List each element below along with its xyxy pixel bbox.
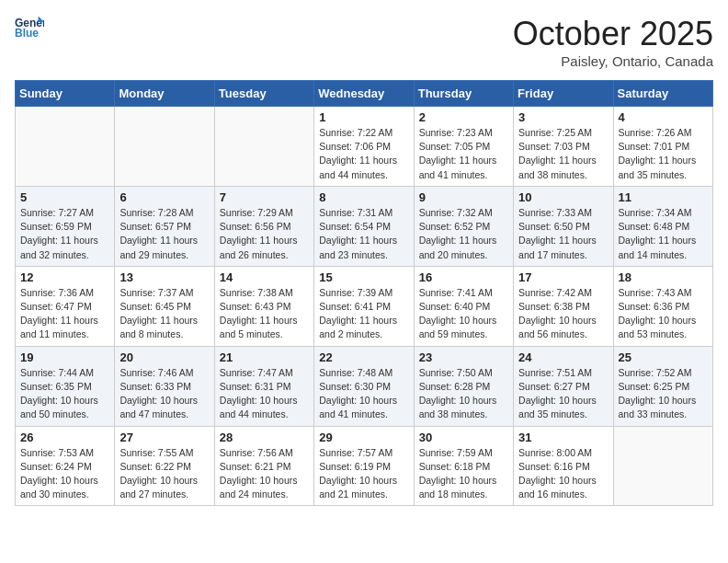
calendar-cell: 14Sunrise: 7:38 AM Sunset: 6:43 PM Dayli…: [214, 266, 313, 346]
day-number: 8: [319, 190, 408, 204]
day-info: Sunrise: 7:38 AM Sunset: 6:43 PM Dayligh…: [220, 286, 309, 342]
weekday-header-row: SundayMondayTuesdayWednesdayThursdayFrid…: [16, 81, 713, 107]
calendar-cell: 29Sunrise: 7:57 AM Sunset: 6:19 PM Dayli…: [314, 426, 414, 506]
day-number: 10: [518, 190, 608, 204]
day-info: Sunrise: 7:48 AM Sunset: 6:30 PM Dayligh…: [319, 366, 408, 422]
day-number: 11: [619, 190, 708, 204]
calendar-cell: 2Sunrise: 7:23 AM Sunset: 7:05 PM Daylig…: [414, 107, 513, 187]
calendar-cell: 28Sunrise: 7:56 AM Sunset: 6:21 PM Dayli…: [214, 426, 313, 506]
calendar-cell: 24Sunrise: 7:51 AM Sunset: 6:27 PM Dayli…: [514, 346, 613, 426]
day-number: 25: [619, 350, 708, 364]
day-info: Sunrise: 7:41 AM Sunset: 6:40 PM Dayligh…: [419, 286, 508, 342]
day-info: Sunrise: 7:50 AM Sunset: 6:28 PM Dayligh…: [419, 366, 508, 422]
calendar-cell: 19Sunrise: 7:44 AM Sunset: 6:35 PM Dayli…: [16, 346, 115, 426]
day-number: 16: [419, 270, 508, 284]
calendar-cell: 22Sunrise: 7:48 AM Sunset: 6:30 PM Dayli…: [314, 346, 414, 426]
calendar-cell: 13Sunrise: 7:37 AM Sunset: 6:45 PM Dayli…: [115, 266, 214, 346]
day-number: 23: [419, 350, 508, 364]
day-info: Sunrise: 7:27 AM Sunset: 6:59 PM Dayligh…: [20, 206, 109, 262]
calendar-cell: 25Sunrise: 7:52 AM Sunset: 6:25 PM Dayli…: [613, 346, 712, 426]
location-subtitle: Paisley, Ontario, Canada: [513, 53, 713, 69]
calendar-cell: 18Sunrise: 7:43 AM Sunset: 6:36 PM Dayli…: [613, 266, 712, 346]
day-info: Sunrise: 7:23 AM Sunset: 7:05 PM Dayligh…: [419, 126, 508, 182]
day-info: Sunrise: 7:29 AM Sunset: 6:56 PM Dayligh…: [220, 206, 309, 262]
weekday-header: Tuesday: [214, 81, 313, 107]
calendar-cell: 27Sunrise: 7:55 AM Sunset: 6:22 PM Dayli…: [115, 426, 214, 506]
day-number: 27: [119, 431, 209, 444]
day-info: Sunrise: 7:22 AM Sunset: 7:06 PM Dayligh…: [319, 126, 408, 182]
calendar-cell: 12Sunrise: 7:36 AM Sunset: 6:47 PM Dayli…: [16, 266, 115, 346]
calendar-cell: 16Sunrise: 7:41 AM Sunset: 6:40 PM Dayli…: [414, 266, 513, 346]
page-header: General Blue October 2025 Paisley, Ontar…: [15, 15, 713, 69]
calendar-week-row: 5Sunrise: 7:27 AM Sunset: 6:59 PM Daylig…: [16, 186, 713, 266]
calendar-cell: 5Sunrise: 7:27 AM Sunset: 6:59 PM Daylig…: [16, 186, 115, 266]
calendar-cell: 30Sunrise: 7:59 AM Sunset: 6:18 PM Dayli…: [414, 426, 513, 506]
calendar-cell: [16, 107, 115, 187]
calendar-week-row: 26Sunrise: 7:53 AM Sunset: 6:24 PM Dayli…: [16, 426, 713, 506]
calendar-cell: 10Sunrise: 7:33 AM Sunset: 6:50 PM Dayli…: [514, 186, 613, 266]
calendar-table: SundayMondayTuesdayWednesdayThursdayFrid…: [15, 80, 713, 506]
day-info: Sunrise: 7:34 AM Sunset: 6:48 PM Dayligh…: [619, 206, 708, 262]
day-info: Sunrise: 7:46 AM Sunset: 6:33 PM Dayligh…: [119, 366, 209, 422]
day-info: Sunrise: 7:32 AM Sunset: 6:52 PM Dayligh…: [419, 206, 508, 262]
calendar-cell: 4Sunrise: 7:26 AM Sunset: 7:01 PM Daylig…: [613, 107, 712, 187]
day-info: Sunrise: 7:55 AM Sunset: 6:22 PM Dayligh…: [119, 446, 209, 502]
calendar-week-row: 12Sunrise: 7:36 AM Sunset: 6:47 PM Dayli…: [16, 266, 713, 346]
weekday-header: Thursday: [414, 81, 513, 107]
day-number: 13: [119, 270, 209, 284]
month-title: October 2025: [513, 15, 713, 53]
day-number: 17: [518, 270, 608, 284]
day-info: Sunrise: 7:51 AM Sunset: 6:27 PM Dayligh…: [518, 366, 608, 422]
day-info: Sunrise: 7:57 AM Sunset: 6:19 PM Dayligh…: [319, 446, 408, 502]
day-number: 2: [419, 110, 508, 124]
day-info: Sunrise: 7:43 AM Sunset: 6:36 PM Dayligh…: [619, 286, 708, 342]
weekday-header: Wednesday: [314, 81, 414, 107]
calendar-cell: 23Sunrise: 7:50 AM Sunset: 6:28 PM Dayli…: [414, 346, 513, 426]
weekday-header: Sunday: [16, 81, 115, 107]
calendar-cell: 15Sunrise: 7:39 AM Sunset: 6:41 PM Dayli…: [314, 266, 414, 346]
calendar-cell: 11Sunrise: 7:34 AM Sunset: 6:48 PM Dayli…: [613, 186, 712, 266]
day-info: Sunrise: 7:26 AM Sunset: 7:01 PM Dayligh…: [619, 126, 708, 182]
day-number: 3: [518, 110, 608, 124]
day-number: 9: [419, 190, 508, 204]
day-number: 24: [518, 350, 608, 364]
day-info: Sunrise: 7:39 AM Sunset: 6:41 PM Dayligh…: [319, 286, 408, 342]
logo: General Blue: [15, 15, 44, 40]
day-info: Sunrise: 8:00 AM Sunset: 6:16 PM Dayligh…: [518, 446, 608, 502]
calendar-cell: 31Sunrise: 8:00 AM Sunset: 6:16 PM Dayli…: [514, 426, 613, 506]
day-info: Sunrise: 7:59 AM Sunset: 6:18 PM Dayligh…: [419, 446, 508, 502]
day-info: Sunrise: 7:28 AM Sunset: 6:57 PM Dayligh…: [119, 206, 209, 262]
day-number: 28: [220, 431, 309, 444]
day-number: 4: [619, 110, 708, 124]
weekday-header: Monday: [115, 81, 214, 107]
calendar-cell: 20Sunrise: 7:46 AM Sunset: 6:33 PM Dayli…: [115, 346, 214, 426]
calendar-cell: [613, 426, 712, 506]
title-block: October 2025 Paisley, Ontario, Canada: [513, 15, 713, 69]
day-number: 5: [20, 190, 109, 204]
calendar-cell: [115, 107, 214, 187]
calendar-cell: 1Sunrise: 7:22 AM Sunset: 7:06 PM Daylig…: [314, 107, 414, 187]
day-number: 14: [220, 270, 309, 284]
day-number: 30: [419, 431, 508, 444]
day-number: 21: [220, 350, 309, 364]
day-number: 29: [319, 431, 408, 444]
day-number: 15: [319, 270, 408, 284]
day-info: Sunrise: 7:53 AM Sunset: 6:24 PM Dayligh…: [20, 446, 109, 502]
day-number: 18: [619, 270, 708, 284]
logo-icon: General Blue: [15, 15, 44, 40]
day-number: 12: [20, 270, 109, 284]
day-info: Sunrise: 7:52 AM Sunset: 6:25 PM Dayligh…: [619, 366, 708, 422]
calendar-cell: 9Sunrise: 7:32 AM Sunset: 6:52 PM Daylig…: [414, 186, 513, 266]
day-number: 1: [319, 110, 408, 124]
svg-text:Blue: Blue: [15, 27, 39, 40]
day-info: Sunrise: 7:36 AM Sunset: 6:47 PM Dayligh…: [20, 286, 109, 342]
day-number: 19: [20, 350, 109, 364]
day-number: 20: [119, 350, 209, 364]
calendar-cell: 8Sunrise: 7:31 AM Sunset: 6:54 PM Daylig…: [314, 186, 414, 266]
day-info: Sunrise: 7:42 AM Sunset: 6:38 PM Dayligh…: [518, 286, 608, 342]
weekday-header: Saturday: [613, 81, 712, 107]
day-info: Sunrise: 7:44 AM Sunset: 6:35 PM Dayligh…: [20, 366, 109, 422]
calendar-cell: [214, 107, 313, 187]
calendar-cell: 6Sunrise: 7:28 AM Sunset: 6:57 PM Daylig…: [115, 186, 214, 266]
calendar-cell: 17Sunrise: 7:42 AM Sunset: 6:38 PM Dayli…: [514, 266, 613, 346]
